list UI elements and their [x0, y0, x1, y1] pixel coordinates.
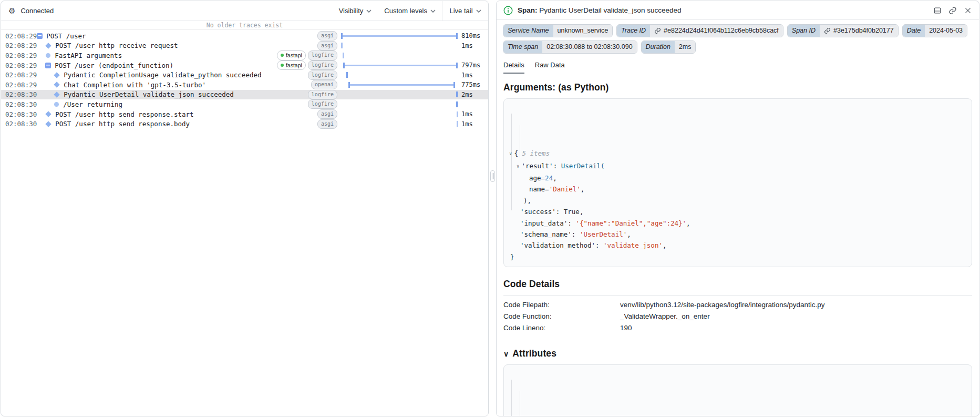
info-icon — [503, 6, 513, 15]
custom-levels-dropdown[interactable]: Custom levels — [378, 1, 442, 21]
collapse-caret-icon[interactable]: ∨ — [509, 148, 512, 159]
panel-divider — [489, 0, 496, 417]
dot-icon — [54, 102, 59, 107]
trace-row-badges: asgi — [317, 41, 337, 50]
close-icon[interactable] — [964, 6, 972, 15]
badge-asgi[interactable]: asgi — [317, 119, 337, 129]
trace-row[interactable]: 02:08:29Chat Completion with 'gpt-3.5-tu… — [1, 80, 488, 90]
trace-row-label: POST /user — [46, 32, 86, 40]
trace-row-name: POST /user http send response.start — [37, 110, 317, 118]
trace-row[interactable]: 02:08:29POST /user http receive requesta… — [1, 41, 488, 51]
trace-row-label: Pydantic CompletionUsage validate_python… — [64, 71, 261, 79]
duration-bar-lane — [341, 119, 458, 129]
attributes-heading[interactable]: ∨Attributes — [503, 348, 972, 359]
trace-row-name: POST /user — [37, 32, 317, 40]
trace-row-duration: 1ms — [458, 110, 488, 118]
meta-badge: Time span02:08:30.088 to 02:08:30.090 — [503, 40, 637, 54]
collapse-caret-icon[interactable]: ∨ — [509, 415, 512, 416]
meta-badge-label: Trace ID — [617, 25, 650, 37]
badge-openai[interactable]: openai — [311, 80, 337, 89]
trace-row-label: /User returning — [63, 100, 122, 108]
badge-asgi[interactable]: asgi — [317, 31, 337, 40]
badge-logfire[interactable]: logfire — [308, 99, 337, 109]
trace-row[interactable]: 02:08:29Pydantic CompletionUsage validat… — [1, 70, 488, 80]
trace-row-list: 02:08:29POST /userasgi810ms02:08:29POST … — [1, 30, 488, 416]
link-icon[interactable] — [948, 6, 957, 15]
span-meta-badges: Service Nameunknown_serviceTrace ID#e822… — [497, 20, 979, 54]
visibility-dropdown[interactable]: Visibility — [333, 1, 378, 21]
trace-row[interactable]: 02:08:30/User returninglogfire — [1, 99, 488, 109]
diamond-icon — [46, 43, 51, 48]
live-tail-dropdown[interactable]: Live tail — [442, 1, 488, 21]
badge-fastapi[interactable]: fastapi — [277, 50, 306, 60]
meta-badge: Service Nameunknown_service — [503, 24, 613, 37]
badge-logfire[interactable]: logfire — [308, 90, 337, 99]
duration-bar-lane — [341, 50, 458, 60]
diamond-icon — [54, 72, 60, 78]
trace-row-name: Pydantic CompletionUsage validate_python… — [37, 71, 308, 79]
meta-badge-value: 2024-05-03 — [925, 25, 967, 37]
trace-row[interactable]: 02:08:29POST /user (endpoint_function)fa… — [1, 60, 488, 70]
tab-details[interactable]: Details — [503, 61, 524, 74]
chevron-down-icon — [430, 9, 436, 13]
meta-badge-value: unknown_service — [553, 25, 613, 37]
meta-badge-label: Duration — [642, 41, 675, 53]
gear-icon[interactable]: ⚙ — [8, 7, 15, 15]
trace-row-time: 02:08:29 — [1, 32, 37, 40]
trace-row-badges: fastapilogfire — [277, 60, 337, 70]
trace-row-label: Chat Completion with 'gpt-3.5-turbo' — [64, 81, 206, 89]
meta-badge-value[interactable]: #e8224d24d41f064b112c6eb9cb58cacf — [650, 25, 783, 37]
meta-badge-value[interactable]: #3e175db4f0b20177 — [820, 25, 898, 37]
trace-row[interactable]: 02:08:30POST /user http send response.st… — [1, 109, 488, 119]
resize-handle[interactable] — [490, 170, 495, 182]
detail-tabs: DetailsRaw Data — [497, 57, 979, 74]
trace-row-name: FastAPI arguments — [37, 52, 277, 59]
badge-logfire[interactable]: logfire — [308, 70, 337, 80]
python-line: 'validation_method': 'validate_json', — [509, 240, 966, 251]
duration-tick — [456, 101, 458, 107]
python-line: age=24, — [509, 172, 966, 184]
code-detail-value: venv/lib/python3.12/site-packages/logfir… — [620, 301, 972, 309]
badge-asgi[interactable]: asgi — [317, 41, 337, 50]
meta-badge: Date2024-05-03 — [902, 24, 967, 37]
tab-raw-data[interactable]: Raw Data — [535, 61, 565, 74]
duration-bar-lane — [341, 31, 458, 41]
chevron-down-icon — [476, 9, 481, 13]
trace-row-duration: 810ms — [458, 32, 488, 39]
trace-row-label: POST /user http receive request — [55, 42, 178, 49]
python-line: 'success': True, — [509, 206, 966, 217]
code-details-list: Code Filepath:venv/lib/python3.12/site-p… — [497, 300, 979, 337]
dot-icon — [46, 53, 50, 58]
badge-asgi[interactable]: asgi — [317, 109, 337, 119]
meta-badge: Span ID#3e175db4f0b20177 — [787, 24, 899, 37]
trace-row[interactable]: 02:08:30POST /user http send response.bo… — [1, 119, 488, 129]
trace-row[interactable]: 02:08:29FastAPI argumentsfastapilogfire — [1, 50, 488, 60]
trace-row-label: POST /user (endpoint_function) — [55, 62, 173, 69]
trace-row-name: POST /user http receive request — [37, 42, 317, 49]
link-icon — [824, 27, 831, 34]
duration-bar-start-cap — [348, 82, 350, 88]
trace-row-name: /User returning — [37, 100, 308, 108]
trace-row[interactable]: 02:08:29POST /userasgi810ms — [1, 31, 488, 41]
duration-bar-start-cap — [343, 63, 345, 68]
badge-row: Service Nameunknown_serviceTrace ID#e822… — [503, 24, 973, 37]
trace-row-badges: fastapilogfire — [277, 50, 337, 60]
badge-row: Time span02:08:30.088 to 02:08:30.090Dur… — [503, 40, 973, 54]
badge-logfire[interactable]: logfire — [308, 50, 337, 60]
python-line: ), — [509, 195, 966, 206]
trace-row[interactable]: 02:08:30Pydantic UserDetail validate_jso… — [1, 90, 488, 100]
duration-bar-end-cap — [456, 33, 458, 39]
badge-fastapi[interactable]: fastapi — [277, 60, 306, 70]
code-detail-label: Code Filepath: — [503, 301, 620, 309]
trace-row-time: 02:08:29 — [1, 62, 37, 69]
meta-badge-label: Service Name — [503, 25, 553, 37]
panel-layout-icon[interactable] — [933, 6, 942, 15]
trace-row-badges: asgi — [317, 109, 337, 119]
trace-row-label: Pydantic UserDetail validate_json succee… — [64, 90, 234, 98]
duration-bar-lane — [341, 90, 458, 100]
collapse-caret-icon[interactable]: ∨ — [517, 161, 519, 172]
badge-logfire[interactable]: logfire — [308, 60, 337, 70]
trace-row-name: Chat Completion with 'gpt-3.5-turbo' — [37, 81, 311, 89]
trace-row-time: 02:08:29 — [1, 42, 37, 49]
trace-row-badges: logfire — [308, 70, 337, 80]
